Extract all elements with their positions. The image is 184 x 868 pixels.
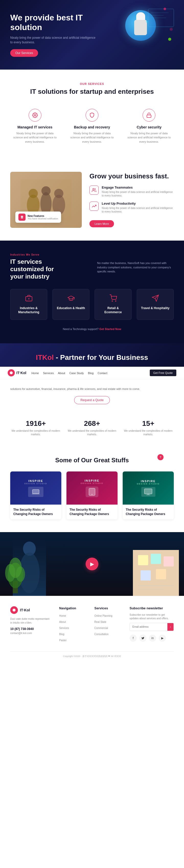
- footer-services-title: Services: [94, 606, 122, 610]
- blog-title-wrap: Some of Our Great Stuffs ?: [10, 457, 174, 464]
- navbar: IT·Kol Home Services About Case Study Bl…: [0, 367, 184, 379]
- footer-nav-services[interactable]: Services: [59, 627, 69, 629]
- quote-btn-wrap: Request a Quote: [10, 396, 174, 404]
- floating-badge: ?: [157, 454, 163, 460]
- blog-card-title-0: The Security Risks of Changing Package O…: [13, 508, 58, 516]
- stat-268: 268+ We understand the complexities of m…: [67, 420, 117, 436]
- blog-card-body-0: The Security Risks of Changing Package O…: [10, 504, 61, 519]
- svg-rect-34: [138, 555, 148, 565]
- services-section-label: Our Services: [10, 82, 174, 85]
- thumb-logo-0: INSPIRE: [28, 479, 43, 483]
- grow-feature-productivity: Level Up Productivity Nixaly bring the p…: [89, 202, 174, 214]
- engage-icon: [89, 186, 99, 195]
- grow-title: Grow your business fast.: [89, 172, 174, 180]
- nav-services[interactable]: Services: [43, 372, 54, 375]
- blog-card-title-1: The Security Risks of Changing Package O…: [70, 508, 114, 516]
- service-name-managed: Managed IT services: [13, 125, 57, 129]
- tech-support-text: Need a Technology support? Get Started N…: [10, 328, 174, 331]
- service-name-cyber: Cyber security: [127, 125, 171, 129]
- retail-icon: [99, 294, 128, 304]
- linkedin-icon[interactable]: in: [149, 634, 156, 642]
- stat-15: 15+ We understand the complexities of mo…: [123, 420, 174, 436]
- svg-point-27: [91, 494, 93, 495]
- service-desc-managed: Nixaly bring the power of data science a…: [13, 131, 57, 144]
- industry-name-travel: Travel & Hospitality: [141, 306, 170, 310]
- svg-rect-7: [147, 115, 151, 118]
- stat-1916: 1916+ We understand the complexities of …: [10, 420, 61, 436]
- nav-case-study[interactable]: Case Study: [69, 372, 84, 375]
- industry-name-manufacturing: Industries & Manufacturing: [14, 306, 43, 314]
- footer-newsletter-col: Subscribe newsletter Subscribe our newsl…: [130, 606, 174, 644]
- feature-desc-productivity: Nixaly bring the power of data science a…: [102, 207, 174, 214]
- dot3: [168, 38, 171, 41]
- footer-nav-about[interactable]: About: [59, 621, 66, 623]
- footer-nav-blog[interactable]: Blog: [59, 633, 64, 636]
- stat-desc-268: We understand the complexities of modern…: [67, 429, 117, 436]
- nav-links: Home Services About Case Study Blog Cont…: [31, 371, 144, 375]
- video-section: ▶: [0, 532, 184, 596]
- feature-desc-engage: Nixaly bring the power of data science a…: [102, 190, 174, 197]
- svg-point-19: [112, 301, 113, 302]
- svg-point-4: [170, 28, 173, 31]
- thumb-sub-2: DESIGN STUDIO: [137, 483, 159, 485]
- hero-cta-button[interactable]: Our Services: [10, 49, 38, 57]
- footer: IT·Kol Duci vate dutte motto representan…: [0, 596, 184, 663]
- blog-grid: INSPIRE DESIGN STUDIO The Security Risks…: [10, 471, 174, 519]
- footer-svc-online[interactable]: Online Planning: [94, 614, 112, 617]
- partner-hero-banner: ITKol - Partner for Your Business: [0, 343, 184, 367]
- svg-rect-37: [140, 570, 151, 581]
- footer-svc-consultation[interactable]: Consultation: [94, 633, 109, 636]
- services-section: Our Services IT solutions for startup an…: [0, 69, 184, 159]
- service-card-cyber: Cyber security Nixaly bring the power of…: [125, 106, 174, 147]
- play-button[interactable]: ▶: [86, 558, 98, 570]
- hero-section: We provide best IT solution Nixaly bring…: [0, 0, 184, 69]
- services-section-title: IT solutions for startup and enterprises: [10, 87, 174, 96]
- service-card-backup: Backup and recovery Nixaly bring the pow…: [67, 106, 116, 147]
- stat-desc-1916: We understand the complexities of modern…: [10, 429, 61, 436]
- svg-rect-25: [32, 494, 40, 494]
- plant-decoration: [5, 555, 26, 596]
- social-icons: f in ▶: [130, 634, 174, 642]
- learn-more-button[interactable]: Learn More: [89, 220, 114, 227]
- request-quote-button[interactable]: Request a Quote: [74, 396, 110, 404]
- notif-subtitle: You have received notification: [28, 217, 58, 220]
- nav-quote-button[interactable]: Get Free Quote: [150, 370, 176, 376]
- partner-description: solutions for automotive, financial, ins…: [10, 387, 174, 391]
- facebook-icon[interactable]: f: [130, 634, 137, 642]
- newsletter-submit-button[interactable]: ›: [167, 623, 174, 631]
- footer-bottom: Copyright ©2020 · 基于对对对对对的的的的 ❤ Nil 对对对: [10, 651, 174, 658]
- footer-grid: IT·Kol Duci vate dutte motto representan…: [10, 606, 174, 644]
- nav-blog[interactable]: Blog: [88, 372, 94, 375]
- nav-about[interactable]: About: [58, 372, 65, 375]
- grow-content: Grow your business fast. Engage Teammate…: [89, 172, 174, 227]
- youtube-icon[interactable]: ▶: [159, 634, 166, 642]
- footer-nav-col: Navigation Home About Services Blog Past…: [59, 606, 87, 644]
- svg-point-20: [115, 301, 116, 302]
- footer-nav-home[interactable]: Home: [59, 614, 66, 617]
- footer-copyright: Copyright ©2020 · 基于对对对对对的的的的 ❤ Nil 对对对: [63, 655, 121, 657]
- footer-nav-title: Navigation: [59, 606, 87, 610]
- partner-title: ITKol - Partner for Your Business: [10, 353, 174, 362]
- industry-name-retail: Retail & Ecommerce: [99, 306, 128, 314]
- nav-home[interactable]: Home: [31, 372, 39, 375]
- hero-content: We provide best IT solution Nixaly bring…: [10, 13, 97, 57]
- email-newsletter-input[interactable]: [130, 623, 167, 631]
- industries-label: Industries We Serve: [10, 253, 67, 256]
- blog-card-body-1: The Security Risks of Changing Package O…: [67, 504, 117, 519]
- footer-svc-commercial[interactable]: Commercial: [94, 627, 108, 629]
- grow-section: New Features You have received notificat…: [0, 159, 184, 241]
- industries-section: Industries We Serve IT services customiz…: [0, 241, 184, 343]
- footer-nav-paster[interactable]: Paster: [59, 639, 67, 642]
- twitter-icon[interactable]: [139, 634, 147, 642]
- nav-contact[interactable]: Contact: [98, 372, 107, 375]
- get-started-link[interactable]: Get Started Now: [99, 328, 122, 331]
- stat-number-1916: 1916+: [10, 420, 61, 428]
- stat-desc-15: We understand the complexities of modern…: [123, 429, 174, 436]
- blog-thumb-2: INSPIRE DESIGN STUDIO: [123, 471, 174, 504]
- svg-point-15: [93, 188, 94, 190]
- thumb-logo-1: INSPIRE: [85, 479, 99, 482]
- stat-number-268: 268+: [67, 420, 117, 428]
- footer-svc-realstate[interactable]: Real State: [94, 621, 106, 623]
- svg-rect-29: [147, 494, 149, 495]
- stat-number-15: 15+: [123, 420, 174, 428]
